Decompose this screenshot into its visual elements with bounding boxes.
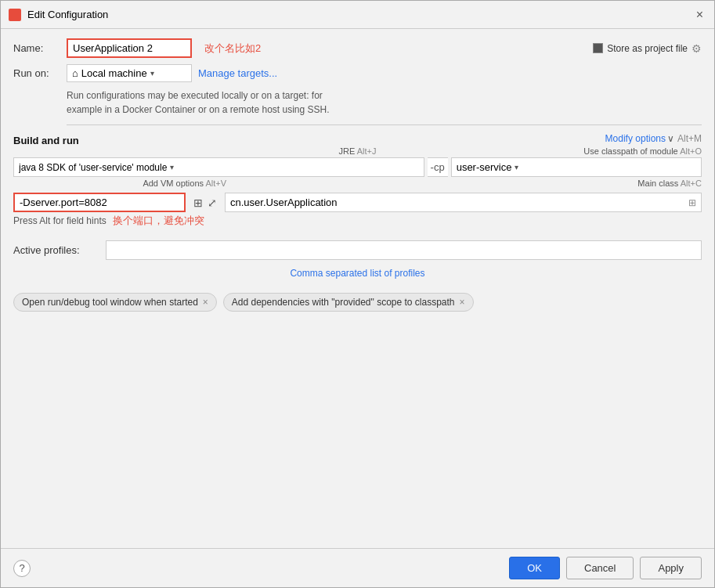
vm-args-input[interactable] [13,193,186,212]
hint-text: Press Alt for field hints [13,215,107,226]
runon-select[interactable]: ⌂ Local machine ▾ [67,64,192,82]
close-button[interactable]: × [693,7,706,23]
active-profiles-label: Active profiles: [13,244,99,256]
footer-right: OK Cancel Apply [509,557,702,579]
description-text: Run configurations may be executed local… [67,88,702,125]
active-profiles-row: Active profiles: [13,240,702,260]
vm-expand-icon[interactable]: ⤢ [206,195,218,211]
name-input[interactable] [67,38,192,58]
cancel-button[interactable]: Cancel [566,557,634,579]
apply-button[interactable]: Apply [640,557,702,579]
dialog-icon [9,9,21,21]
build-run-area: Build and run Modify options ∨ Alt+M JRE… [13,132,702,228]
runon-label: Run on: [13,67,60,79]
help-button[interactable]: ? [13,560,31,577]
mainclass-label: Main class Alt+C [637,179,702,188]
manage-targets-link[interactable]: Manage targets... [198,67,277,79]
machine-label: Local machine [81,67,147,79]
edit-configuration-dialog: Edit Configuration × Name: 改个名比如2 Store … [0,0,715,588]
store-project-label: Store as project file [607,43,688,54]
vm-main-row: ⊞ ⤢ cn.user.UserApplication ⊞ [13,193,702,212]
sdk-value: java 8 SDK of 'user-service' module [19,162,167,173]
profiles-hint: Comma separated list of profiles [13,268,702,279]
dialog-title: Edit Configuration [27,9,687,20]
ok-button[interactable]: OK [509,557,560,579]
module-arrow: ▾ [515,163,518,171]
tag-0-label: Open run/debug tool window when started [22,297,198,308]
modify-options-label: Modify options [605,133,666,144]
module-dropdown[interactable]: user-service ▾ [451,157,702,177]
sdk-dropdown[interactable]: java 8 SDK of 'user-service' module ▾ [13,157,424,177]
runon-row: Run on: ⌂ Local machine ▾ Manage targets… [13,64,702,82]
vm-icons: ⊞ ⤢ [189,193,222,212]
main-class-field[interactable]: cn.user.UserApplication ⊞ [225,193,702,212]
footer-left: ? [13,560,31,577]
machine-icon: ⌂ [72,67,78,79]
sdk-arrow: ▾ [170,163,174,171]
tag-1-label: Add dependencies with "provided" scope t… [232,297,455,308]
tags-row: Open run/debug tool window when started … [13,293,702,312]
vm-args-container [13,193,186,212]
name-label: Name: [13,42,60,54]
tag-0-close[interactable]: × [203,297,208,308]
footer: ? OK Cancel Apply [1,548,714,587]
tag-1: Add dependencies with "provided" scope t… [223,293,474,312]
dialog-content: Name: 改个名比如2 Store as project file ⚙ Run… [1,29,714,548]
hint-row: Press Alt for field hints 换个端口，避免冲突 [13,214,702,228]
classpath-label: -cp [428,157,448,177]
jre-label: JRE Alt+J [339,146,377,156]
tag-0: Open run/debug tool window when started … [13,293,217,312]
store-project-checkbox[interactable] [593,43,603,53]
name-hint: 改个名比如2 [204,41,261,56]
module-value: user-service [457,161,512,173]
addvm-label: Add VM options Alt+V [143,179,226,188]
main-class-value: cn.user.UserApplication [230,197,338,208]
runon-arrow: ▾ [150,69,154,78]
active-profiles-input[interactable] [106,240,702,260]
name-row: Name: 改个名比如2 Store as project file ⚙ [13,38,702,58]
build-run-label: Build and run [13,135,79,146]
modify-options[interactable]: Modify options ∨ Alt+M [605,133,702,144]
hint-chinese: 换个端口，避免冲突 [113,214,204,228]
use-classpath-label: Use classpath of module Alt+O [583,146,702,156]
vm-copy-icon[interactable]: ⊞ [192,195,204,211]
main-class-icon: ⊞ [688,197,696,208]
sdk-module-row: java 8 SDK of 'user-service' module ▾ -c… [13,157,702,177]
store-project-container: Store as project file ⚙ [593,42,702,55]
modify-options-shortcut: Alt+M [677,133,702,144]
tag-1-close[interactable]: × [460,297,465,308]
titlebar: Edit Configuration × [1,1,714,29]
store-project-gear[interactable]: ⚙ [692,42,702,55]
